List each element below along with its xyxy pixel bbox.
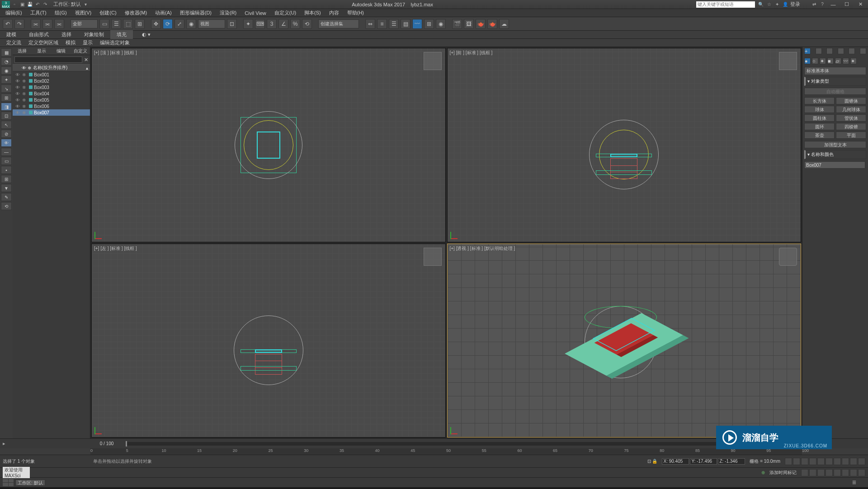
ribbon-item[interactable]: 编辑选定对象 — [96, 38, 133, 47]
se-object-row[interactable]: 👁❄Box004 — [13, 90, 90, 97]
se-tool-icon[interactable]: ✦ — [1, 75, 12, 84]
viewcube-icon[interactable] — [424, 52, 442, 70]
se-tool-icon[interactable]: ✎ — [1, 193, 12, 201]
minimize-button[interactable]: — — [827, 2, 839, 7]
layers-icon[interactable]: ☰ — [852, 480, 856, 485]
render-iter-button[interactable]: ☁ — [499, 19, 509, 29]
select-name-button[interactable]: ☰ — [111, 19, 121, 29]
frame-display[interactable]: 0 / 100 — [93, 441, 120, 446]
coord-y-input[interactable] — [690, 458, 717, 465]
ribbon-item[interactable]: 定义流 — [3, 38, 25, 47]
se-tool-icon[interactable]: ⊘ — [1, 130, 12, 138]
spinner-snap-button[interactable]: ⟲ — [302, 19, 312, 29]
exchange-icon[interactable]: ⇄ — [811, 1, 817, 8]
autogrid-checkbox[interactable]: 自动栅格 — [804, 88, 866, 95]
menu-item[interactable]: 内容 — [326, 9, 343, 16]
play-button[interactable] — [826, 458, 833, 465]
coord-x-input[interactable] — [662, 458, 689, 465]
se-tool-icon[interactable]: ◉ — [1, 66, 12, 75]
modify-tab-icon[interactable] — [816, 48, 822, 54]
nav-button[interactable] — [834, 458, 841, 465]
redo-icon[interactable]: ↷ — [42, 1, 48, 8]
setkey-button[interactable] — [793, 458, 800, 465]
se-tool-icon[interactable]: 👁 — [1, 139, 12, 147]
redo-button[interactable]: ↷ — [14, 19, 24, 29]
se-tool-icon[interactable]: ⊞ — [1, 94, 12, 102]
selection-set-dropdown[interactable]: 创建选择集 — [318, 19, 359, 28]
se-tool-icon[interactable]: ◔ — [1, 57, 12, 66]
placement-button[interactable]: ◉ — [186, 19, 196, 29]
menu-item[interactable]: 创建(C) — [96, 9, 120, 16]
se-tool-icon[interactable]: ⊡ — [1, 112, 12, 120]
select-button[interactable]: ▭ — [99, 19, 109, 29]
se-filter-clear-icon[interactable]: ✕ — [84, 57, 88, 63]
display-tab-icon[interactable] — [849, 48, 855, 54]
se-object-row[interactable]: 👁❄Box003 — [13, 84, 90, 90]
se-tool-icon[interactable]: ⟲ — [1, 202, 12, 210]
se-tab[interactable]: 自定义 — [71, 47, 90, 55]
autokey-button[interactable] — [785, 458, 792, 465]
toggle-ribbon-button[interactable]: ▤ — [401, 19, 410, 29]
viewcube-icon[interactable] — [779, 52, 797, 70]
se-tool-icon[interactable]: — — [1, 148, 12, 156]
percent-snap-button[interactable]: % — [290, 19, 300, 29]
viewnav-button[interactable] — [842, 469, 849, 476]
primitive-button[interactable]: 管状体 — [836, 114, 866, 122]
primitive-button[interactable]: 圆柱体 — [804, 114, 835, 122]
lock-icon[interactable]: ⊡ 🔒 — [647, 459, 658, 464]
ribbon-tab[interactable]: 对象绘制 — [78, 30, 110, 39]
ref-coord-dropdown[interactable]: 视图 — [198, 19, 225, 28]
rotate-button[interactable]: ⟳ — [163, 19, 173, 29]
se-object-row[interactable]: 👁❄Box006 — [13, 103, 90, 109]
viewport-front[interactable]: [+] [前 ] [标准 ] [线框 ] — [447, 48, 802, 242]
nav-button[interactable] — [850, 458, 857, 465]
primitive-button[interactable]: 圆锥体 — [836, 97, 866, 104]
se-tool-icon[interactable]: ↖ — [1, 121, 12, 129]
primitive-button[interactable]: 平面 — [836, 132, 866, 139]
nav-button[interactable] — [842, 458, 849, 465]
menu-item[interactable]: 视图(V) — [71, 9, 95, 16]
ribbon-item[interactable]: 定义空闲区域 — [25, 38, 62, 47]
help-search-input[interactable] — [696, 1, 755, 8]
viewcube-icon[interactable] — [424, 248, 442, 266]
helper-cat-icon[interactable]: ▱ — [835, 58, 841, 64]
primitive-button[interactable]: 几何球体 — [836, 106, 866, 113]
search-go-icon[interactable]: 🔍 — [758, 1, 764, 8]
se-tool-icon[interactable]: ▼ — [1, 184, 12, 192]
shape-cat-icon[interactable]: ○ — [812, 58, 818, 64]
render-setup-button[interactable]: 🎬 — [452, 19, 462, 29]
se-tool-icon[interactable]: ▭ — [1, 157, 12, 165]
workspace-label[interactable]: 工作区: 默认 — [53, 1, 81, 8]
star2-icon[interactable]: ✦ — [774, 1, 780, 8]
app-logo-icon[interactable]: 3MAX — [2, 1, 10, 8]
play-button[interactable] — [817, 458, 825, 465]
menu-item[interactable]: Civil View — [241, 10, 269, 16]
object-name-input[interactable] — [804, 161, 865, 169]
create-tab-icon[interactable]: + — [804, 48, 811, 54]
window-crossing-button[interactable]: ⊞ — [135, 19, 145, 29]
primitive-type-dropdown[interactable]: 标准基本体 — [804, 67, 866, 75]
workspace-dropdown[interactable]: 工作区: 默认 — [15, 480, 45, 486]
se-tool-icon[interactable]: ▦ — [1, 48, 12, 56]
keyshort-button[interactable]: ⌨ — [255, 19, 265, 29]
se-tab[interactable]: 编辑 — [52, 47, 71, 55]
mirror-button[interactable]: ⇔ — [365, 19, 375, 29]
ribbon-expand-icon[interactable]: ◐ ▾ — [136, 31, 157, 38]
menu-item[interactable]: 动画(A) — [151, 9, 175, 16]
user-icon[interactable]: 👤 — [782, 1, 788, 8]
angle-snap-button[interactable]: ∠ — [278, 19, 288, 29]
geom-cat-icon[interactable]: ● — [804, 58, 811, 64]
camera-cat-icon[interactable]: ■ — [827, 58, 834, 64]
viewport-left[interactable]: [+] [左 ] [标准 ] [线框 ] — [91, 244, 446, 438]
help-icon[interactable]: ? — [819, 1, 826, 8]
ribbon-tab[interactable]: 填充 — [110, 30, 133, 39]
primitive-button[interactable]: 球体 — [804, 106, 835, 113]
select-region-button[interactable]: ⬚ — [123, 19, 133, 29]
workspace-dropdown-icon[interactable]: ▾ — [82, 1, 89, 8]
menu-item[interactable]: 脚本(S) — [301, 9, 325, 16]
se-object-row[interactable]: 👁❄Box001 — [13, 71, 90, 78]
utilities-tab-icon[interactable] — [860, 48, 866, 54]
undo-button[interactable]: ↶ — [3, 19, 13, 29]
se-tab[interactable]: 显示 — [32, 47, 52, 55]
render-button[interactable]: 🫖 — [476, 19, 486, 29]
